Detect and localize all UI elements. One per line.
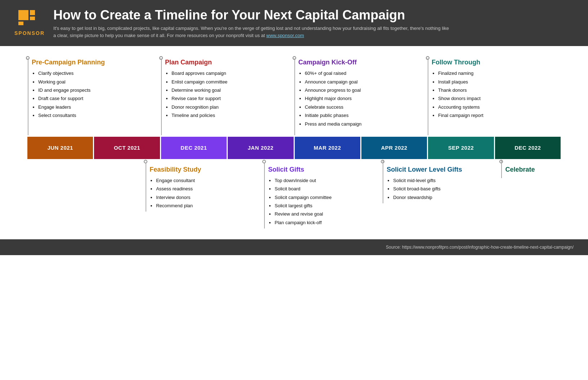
list-item: Donor stewardship — [393, 193, 499, 202]
phase-solicit-lower: Solicit Lower Level Gifts Solicit mid-le… — [382, 160, 501, 203]
timeline-bar: JUN 2021 OCT 2021 DEC 2021 JAN 2022 MAR … — [27, 137, 561, 159]
svg-rect-1 — [30, 10, 35, 15]
phase-feasibility-list: Engage consultant Assess readiness Inter… — [150, 176, 262, 210]
header-description: It's easy to get lost in big, complicate… — [53, 25, 450, 39]
list-item: Final campaign report — [438, 111, 559, 119]
phase-kickoff: Campaign Kick-Off 60%+ of goal raised An… — [294, 57, 427, 135]
list-item: Recommend plan — [156, 202, 262, 210]
timeline-cell-mar2022: MAR 2022 — [295, 137, 360, 159]
connector-dot-follow — [426, 56, 429, 60]
connector-dot-pre — [26, 56, 30, 60]
list-item: Clarify objectives — [38, 69, 159, 77]
connector-dot-solicit — [262, 160, 266, 163]
timeline-cell-apr2022: APR 2022 — [361, 137, 427, 159]
logo-icon — [18, 10, 41, 29]
svg-rect-0 — [18, 10, 28, 20]
list-item: Show donors impact — [438, 94, 559, 103]
phase-celebrate-title: Celebrate — [505, 166, 559, 173]
main-content: Pre-Campaign Planning Clarify objectives… — [0, 46, 588, 232]
phase-plan-campaign-title: Plan Campaign — [165, 59, 292, 66]
list-item: Accounting systems — [438, 103, 559, 111]
list-item: Highlight major donors — [305, 94, 426, 103]
list-item: Solicit broad-base gifts — [393, 185, 499, 193]
connector-dot-plan — [159, 56, 163, 60]
list-item: Plan campaign kick-off — [275, 218, 380, 227]
list-item: Donor recognition plan — [172, 103, 292, 111]
phase-celebrate: Celebrate — [501, 160, 561, 178]
header-text: How to Create a Timeline for Your Next C… — [53, 7, 450, 39]
list-item: Enlist campaign committee — [172, 78, 292, 86]
list-item: Revise case for support — [172, 94, 292, 103]
list-item: Top down/inside out — [275, 176, 380, 185]
source-text: Source: https://www.nonprofitpro.com/pos… — [386, 245, 574, 250]
list-item: Celebrate success — [305, 103, 426, 111]
timeline-cell-jun2021: JUN 2021 — [27, 137, 93, 159]
phase-feasibility: Feasibility Study Engage consultant Asse… — [145, 160, 264, 212]
phase-kickoff-title: Campaign Kick-Off — [298, 59, 426, 66]
phase-follow-through-title: Follow Through — [432, 59, 559, 66]
list-item: Interview donors — [156, 193, 262, 202]
list-item: Select consultants — [38, 111, 159, 119]
timeline-cell-jan2022: JAN 2022 — [228, 137, 293, 159]
list-item: Engage leaders — [38, 103, 159, 111]
logo-text: SPONSOR — [14, 30, 45, 36]
phase-solicit-gifts: Solicit Gifts Top down/inside out Solici… — [264, 160, 382, 229]
timeline-cell-dec2021: DEC 2021 — [161, 137, 227, 159]
footer: Source: https://www.nonprofitpro.com/pos… — [0, 239, 588, 255]
list-item: Timeline and policies — [172, 111, 292, 119]
list-item: Solicit mid-level gifts — [393, 176, 499, 185]
list-item: Install plaques — [438, 78, 559, 86]
phase-follow-through: Follow Through Finalized naming Install … — [427, 57, 561, 135]
phase-follow-through-list: Finalized naming Install plaques Thank d… — [432, 69, 559, 119]
svg-rect-3 — [18, 22, 23, 25]
phase-pre-campaign-title: Pre-Campaign Planning — [32, 59, 159, 66]
phase-plan-campaign-list: Board approves campaign Enlist campaign … — [165, 69, 292, 119]
list-item: Board approves campaign — [172, 69, 292, 77]
phase-kickoff-list: 60%+ of goal raised Announce campaign go… — [298, 69, 426, 128]
phase-pre-campaign-list: Clarify objectives Working goal ID and e… — [32, 69, 159, 119]
list-item: Solicit board — [275, 185, 380, 193]
phase-solicit-lower-title: Solicit Lower Level Gifts — [387, 166, 499, 173]
list-item: Initiate public phases — [305, 111, 426, 119]
list-item: Engage consultant — [156, 176, 262, 185]
connector-dot-feasibility — [144, 160, 147, 163]
list-item: 60%+ of goal raised — [305, 69, 426, 77]
phases-top: Pre-Campaign Planning Clarify objectives… — [27, 57, 561, 135]
list-item: Solicit largest gifts — [275, 202, 380, 210]
list-item: Review and revise goal — [275, 210, 380, 218]
phase-solicit-gifts-list: Top down/inside out Solicit board Solici… — [268, 176, 380, 227]
phase-solicit-lower-list: Solicit mid-level gifts Solicit broad-ba… — [387, 176, 499, 202]
list-item: Working goal — [38, 78, 159, 86]
sponsor-link[interactable]: www.sponsor.com — [266, 33, 304, 38]
phase-solicit-gifts-title: Solicit Gifts — [268, 166, 380, 173]
timeline-cell-oct2021: OCT 2021 — [94, 137, 160, 159]
phase-feasibility-title: Feasibility Study — [150, 166, 262, 173]
list-item: Draft case for support — [38, 94, 159, 103]
list-item: Solicit campaign committee — [275, 193, 380, 202]
connector-dot-kickoff — [293, 56, 296, 60]
list-item: Thank donors — [438, 86, 559, 94]
svg-rect-2 — [30, 17, 35, 20]
list-item: Announce progress to goal — [305, 86, 426, 94]
logo-container: SPONSOR — [14, 10, 45, 36]
list-item: Announce campaign goal — [305, 78, 426, 86]
list-item: ID and engage prospects — [38, 86, 159, 94]
header: SPONSOR How to Create a Timeline for You… — [0, 0, 588, 46]
list-item: Assess readiness — [156, 185, 262, 193]
list-item: Determine working goal — [172, 86, 292, 94]
timeline-cell-sep2022: SEP 2022 — [428, 137, 494, 159]
phases-bottom: Feasibility Study Engage consultant Asse… — [27, 160, 561, 229]
phase-pre-campaign: Pre-Campaign Planning Clarify objectives… — [27, 57, 161, 135]
phase-plan-campaign: Plan Campaign Board approves campaign En… — [161, 57, 294, 135]
page-title: How to Create a Timeline for Your Next C… — [53, 7, 450, 23]
list-item: Press and media campaign — [305, 120, 426, 128]
list-item: Finalized naming — [438, 69, 559, 77]
timeline-cell-dec2022: DEC 2022 — [495, 137, 561, 159]
